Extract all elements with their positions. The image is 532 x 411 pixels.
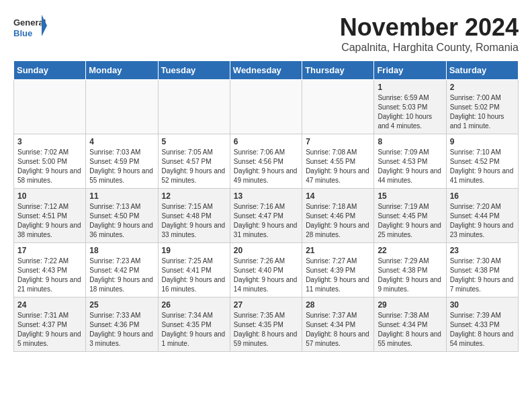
header-day: Friday: [374, 61, 446, 80]
header: General Blue November 2024 Capalnita, Ha…: [13, 13, 519, 54]
calendar-cell: 22Sunrise: 7:29 AMSunset: 4:38 PMDayligh…: [374, 243, 446, 298]
calendar-cell: 25Sunrise: 7:33 AMSunset: 4:36 PMDayligh…: [86, 298, 158, 352]
calendar-cell: 1Sunrise: 6:59 AMSunset: 5:03 PMDaylight…: [374, 80, 446, 134]
day-info: Sunrise: 7:13 AMSunset: 4:50 PMDaylight:…: [89, 202, 154, 240]
day-number: 17: [17, 246, 82, 255]
day-info: Sunrise: 7:05 AMSunset: 4:57 PMDaylight:…: [162, 148, 226, 185]
day-info: Sunrise: 7:33 AMSunset: 4:36 PMDaylight:…: [89, 311, 154, 349]
calendar-cell: 15Sunrise: 7:19 AMSunset: 4:45 PMDayligh…: [374, 189, 446, 243]
day-info: Sunrise: 7:00 AMSunset: 5:02 PMDaylight:…: [450, 93, 515, 131]
day-info: Sunrise: 7:25 AMSunset: 4:41 PMDaylight:…: [162, 257, 226, 294]
day-number: 6: [234, 137, 298, 146]
calendar-cell: 30Sunrise: 7:39 AMSunset: 4:33 PMDayligh…: [446, 298, 518, 352]
day-number: 9: [450, 137, 515, 146]
header-day: Thursday: [302, 61, 374, 80]
day-number: 18: [89, 246, 154, 255]
calendar-cell: 13Sunrise: 7:16 AMSunset: 4:47 PMDayligh…: [230, 189, 302, 243]
day-number: 25: [89, 300, 154, 310]
day-info: Sunrise: 7:10 AMSunset: 4:52 PMDaylight:…: [450, 148, 515, 185]
calendar-cell: 8Sunrise: 7:09 AMSunset: 4:53 PMDaylight…: [374, 134, 446, 189]
day-number: 2: [450, 83, 515, 92]
calendar-cell: 14Sunrise: 7:18 AMSunset: 4:46 PMDayligh…: [302, 189, 374, 243]
calendar-cell: 10Sunrise: 7:12 AMSunset: 4:51 PMDayligh…: [14, 189, 86, 243]
day-info: Sunrise: 7:19 AMSunset: 4:45 PMDaylight:…: [378, 202, 442, 240]
header-day: Monday: [86, 61, 158, 80]
logo: General Blue: [13, 13, 47, 44]
calendar-table: SundayMondayTuesdayWednesdayThursdayFrid…: [13, 60, 519, 352]
calendar-cell: 19Sunrise: 7:25 AMSunset: 4:41 PMDayligh…: [158, 243, 230, 298]
day-info: Sunrise: 7:34 AMSunset: 4:35 PMDaylight:…: [162, 311, 226, 349]
day-number: 11: [89, 191, 154, 201]
calendar-cell: 27Sunrise: 7:35 AMSunset: 4:35 PMDayligh…: [230, 298, 302, 352]
calendar-cell: 3Sunrise: 7:02 AMSunset: 5:00 PMDaylight…: [14, 134, 86, 189]
svg-text:Blue: Blue: [13, 28, 32, 38]
month-title: November 2024: [340, 13, 519, 42]
header-day: Tuesday: [158, 61, 230, 80]
calendar-cell: 23Sunrise: 7:30 AMSunset: 4:38 PMDayligh…: [446, 243, 518, 298]
day-number: 16: [450, 191, 515, 201]
day-info: Sunrise: 7:30 AMSunset: 4:38 PMDaylight:…: [450, 257, 515, 294]
day-number: 21: [306, 246, 370, 255]
calendar-cell: 7Sunrise: 7:08 AMSunset: 4:55 PMDaylight…: [302, 134, 374, 189]
day-info: Sunrise: 7:08 AMSunset: 4:55 PMDaylight:…: [306, 148, 370, 185]
day-info: Sunrise: 7:06 AMSunset: 4:56 PMDaylight:…: [234, 148, 298, 185]
calendar-cell: [14, 80, 86, 134]
calendar-week-row: 17Sunrise: 7:22 AMSunset: 4:43 PMDayligh…: [14, 243, 519, 298]
day-info: Sunrise: 7:38 AMSunset: 4:34 PMDaylight:…: [378, 311, 442, 349]
day-number: 14: [306, 191, 370, 201]
day-number: 1: [378, 83, 442, 92]
day-info: Sunrise: 6:59 AMSunset: 5:03 PMDaylight:…: [378, 93, 442, 131]
calendar-cell: 21Sunrise: 7:27 AMSunset: 4:39 PMDayligh…: [302, 243, 374, 298]
calendar-cell: 18Sunrise: 7:23 AMSunset: 4:42 PMDayligh…: [86, 243, 158, 298]
day-number: 7: [306, 137, 370, 146]
calendar-cell: 6Sunrise: 7:06 AMSunset: 4:56 PMDaylight…: [230, 134, 302, 189]
day-number: 22: [378, 246, 442, 255]
day-number: 24: [17, 300, 82, 310]
title-block: November 2024 Capalnita, Harghita County…: [340, 13, 519, 54]
day-info: Sunrise: 7:02 AMSunset: 5:00 PMDaylight:…: [17, 148, 82, 185]
calendar-cell: 9Sunrise: 7:10 AMSunset: 4:52 PMDaylight…: [446, 134, 518, 189]
day-number: 12: [162, 191, 226, 201]
calendar-cell: 11Sunrise: 7:13 AMSunset: 4:50 PMDayligh…: [86, 189, 158, 243]
day-number: 19: [162, 246, 226, 255]
day-info: Sunrise: 7:23 AMSunset: 4:42 PMDaylight:…: [89, 257, 154, 294]
header-day: Wednesday: [230, 61, 302, 80]
calendar-cell: 20Sunrise: 7:26 AMSunset: 4:40 PMDayligh…: [230, 243, 302, 298]
day-info: Sunrise: 7:31 AMSunset: 4:37 PMDaylight:…: [17, 311, 82, 349]
day-number: 4: [89, 137, 154, 146]
day-info: Sunrise: 7:27 AMSunset: 4:39 PMDaylight:…: [306, 257, 370, 294]
day-info: Sunrise: 7:22 AMSunset: 4:43 PMDaylight:…: [17, 257, 82, 294]
calendar-cell: [158, 80, 230, 134]
logo-svg: General Blue: [13, 13, 47, 44]
calendar-cell: 5Sunrise: 7:05 AMSunset: 4:57 PMDaylight…: [158, 134, 230, 189]
day-info: Sunrise: 7:20 AMSunset: 4:44 PMDaylight:…: [450, 202, 515, 240]
calendar-cell: [230, 80, 302, 134]
day-info: Sunrise: 7:39 AMSunset: 4:33 PMDaylight:…: [450, 311, 515, 349]
day-info: Sunrise: 7:09 AMSunset: 4:53 PMDaylight:…: [378, 148, 442, 185]
day-info: Sunrise: 7:37 AMSunset: 4:34 PMDaylight:…: [306, 311, 370, 349]
day-info: Sunrise: 7:29 AMSunset: 4:38 PMDaylight:…: [378, 257, 442, 294]
day-info: Sunrise: 7:15 AMSunset: 4:48 PMDaylight:…: [162, 202, 226, 240]
calendar-header-row: SundayMondayTuesdayWednesdayThursdayFrid…: [14, 61, 519, 80]
day-info: Sunrise: 7:26 AMSunset: 4:40 PMDaylight:…: [234, 257, 298, 294]
location-title: Capalnita, Harghita County, Romania: [340, 42, 519, 54]
day-number: 30: [450, 300, 515, 310]
day-number: 29: [378, 300, 442, 310]
day-number: 23: [450, 246, 515, 255]
calendar-cell: 28Sunrise: 7:37 AMSunset: 4:34 PMDayligh…: [302, 298, 374, 352]
calendar-cell: 26Sunrise: 7:34 AMSunset: 4:35 PMDayligh…: [158, 298, 230, 352]
day-info: Sunrise: 7:12 AMSunset: 4:51 PMDaylight:…: [17, 202, 82, 240]
calendar-cell: 29Sunrise: 7:38 AMSunset: 4:34 PMDayligh…: [374, 298, 446, 352]
day-number: 28: [306, 300, 370, 310]
header-day: Sunday: [14, 61, 86, 80]
day-number: 3: [17, 137, 82, 146]
calendar-cell: [86, 80, 158, 134]
calendar-cell: [302, 80, 374, 134]
day-info: Sunrise: 7:16 AMSunset: 4:47 PMDaylight:…: [234, 202, 298, 240]
calendar-cell: 4Sunrise: 7:03 AMSunset: 4:59 PMDaylight…: [86, 134, 158, 189]
day-number: 13: [234, 191, 298, 201]
day-number: 26: [162, 300, 226, 310]
calendar-cell: 17Sunrise: 7:22 AMSunset: 4:43 PMDayligh…: [14, 243, 86, 298]
calendar-week-row: 1Sunrise: 6:59 AMSunset: 5:03 PMDaylight…: [14, 80, 519, 134]
calendar-week-row: 24Sunrise: 7:31 AMSunset: 4:37 PMDayligh…: [14, 298, 519, 352]
